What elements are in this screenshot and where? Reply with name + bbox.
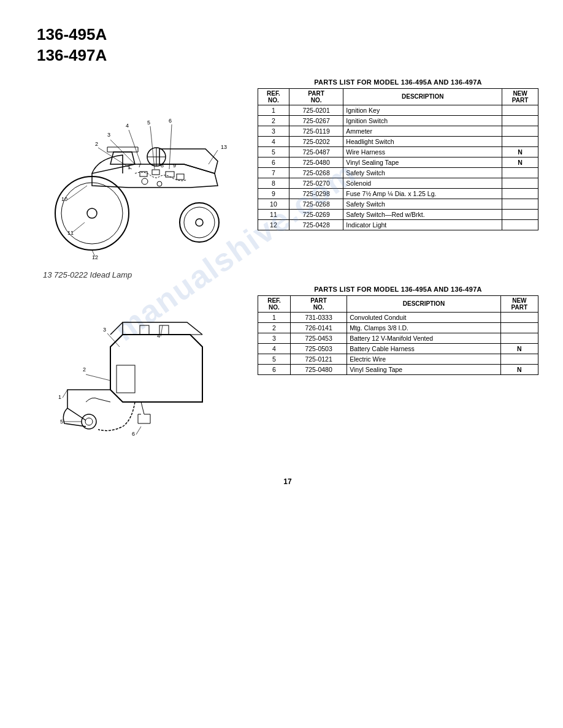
ref-cell: 2 — [258, 322, 291, 333]
desc-cell: Vinyl Sealing Tape — [347, 364, 501, 374]
battery-svg: 3 2 1 4 5 6 — [37, 286, 245, 457]
table-row: 7725-0268Safety Switch — [258, 167, 538, 178]
part-cell: 725-0201 — [289, 105, 343, 115]
ref-cell: 8 — [258, 178, 289, 188]
tractor-svg: 2 3 4 5 6 13 1 7 8 9 10 11 12 — [37, 78, 245, 262]
new-part-cell — [500, 333, 538, 343]
part-cell: 725-0270 — [289, 178, 343, 188]
ref-cell: 2 — [258, 115, 289, 126]
ref-cell: 3 — [258, 333, 291, 343]
table-row: 8725-0270Solenoid — [258, 178, 538, 188]
svg-point-3 — [180, 203, 219, 242]
desc-cell: Electric Wire — [347, 354, 501, 364]
new-part-cell — [502, 167, 538, 178]
table-row: 6725-0480Vinyl Sealing TapeN — [258, 364, 538, 374]
new-part-cell — [502, 126, 538, 136]
table-row: 1731-0333Convoluted Conduit — [258, 312, 538, 322]
svg-line-28 — [98, 148, 132, 169]
svg-rect-12 — [177, 174, 184, 180]
ref-cell: 9 — [258, 188, 289, 199]
svg-text:3: 3 — [107, 132, 110, 138]
part-cell: 725-0269 — [289, 209, 343, 219]
svg-text:2: 2 — [83, 366, 86, 373]
new-part-cell — [502, 105, 538, 115]
bottom-parts-table: REF.NO. PARTNO. DESCRIPTION NEWPART 1731… — [258, 295, 538, 375]
ref-cell: 5 — [258, 354, 291, 364]
svg-line-33 — [209, 150, 218, 164]
svg-point-41 — [82, 414, 96, 429]
table-row: 11725-0269Safety Switch—Red w/Brkt. — [258, 209, 538, 219]
svg-text:10: 10 — [61, 196, 67, 202]
bottom-parts-title: PARTS LIST FOR MODEL 136-495A AND 136-49… — [258, 286, 538, 293]
svg-text:3: 3 — [103, 327, 106, 333]
bottom-section: 3 2 1 4 5 6 PARTS LIST FOR MODEL 136-495… — [37, 286, 538, 459]
top-parts-title: PARTS LIST FOR MODEL 136-495A AND 136-49… — [258, 78, 538, 86]
svg-text:6: 6 — [169, 118, 172, 124]
ref-cell: 1 — [258, 105, 289, 115]
part-cell: 725-0428 — [289, 219, 343, 230]
new-part-cell — [500, 312, 538, 322]
part-cell: 725-0267 — [289, 115, 343, 126]
ref-cell: 4 — [258, 136, 289, 146]
handwritten-note: 13 725-0222 Idead Lamp — [43, 270, 538, 279]
ref-cell: 7 — [258, 167, 289, 178]
page-number: 17 — [37, 477, 538, 486]
col-ref-header: REF.NO. — [258, 88, 289, 105]
svg-point-0 — [55, 176, 129, 250]
new-part-cell — [502, 188, 538, 199]
part-cell: 725-0268 — [289, 199, 343, 209]
svg-point-14 — [157, 181, 162, 186]
desc-cell: Fuse 7½ Amp ¼ Dia. x 1.25 Lg. — [343, 188, 502, 199]
model-line1: 136-495A — [37, 25, 538, 45]
table-row: 5725-0487Wire HarnessN — [258, 146, 538, 157]
part-cell: 725-0298 — [289, 188, 343, 199]
svg-line-51 — [63, 390, 67, 398]
col-part-header: PARTNO. — [289, 88, 343, 105]
svg-text:5: 5 — [60, 419, 63, 425]
desc-cell: Safety Switch — [343, 199, 502, 209]
table-row: 4725-0202Headlight Switch — [258, 136, 538, 146]
table-row: 2725-0267Ignition Switch — [258, 115, 538, 126]
ref-cell: 11 — [258, 209, 289, 219]
part-cell: 725-0480 — [289, 157, 343, 167]
svg-text:5: 5 — [147, 119, 150, 126]
new-part-cell — [502, 136, 538, 146]
desc-cell: Safety Switch — [343, 167, 502, 178]
svg-line-32 — [169, 124, 172, 169]
new-part-cell: N — [502, 157, 538, 167]
svg-rect-9 — [140, 172, 147, 176]
desc-cell: Vinyl Sealing Tape — [343, 157, 502, 167]
desc-cell: Ignition Switch — [343, 115, 502, 126]
new-part-cell: N — [500, 343, 538, 354]
top-section: 2 3 4 5 6 13 1 7 8 9 10 11 12 — [37, 78, 538, 264]
svg-rect-10 — [152, 170, 159, 175]
part-cell: 725-0480 — [290, 364, 347, 374]
desc-cell: Ignition Key — [343, 105, 502, 115]
svg-text:4: 4 — [126, 123, 129, 129]
desc-cell: Battery 12 V-Manifold Vented — [347, 333, 501, 343]
table-row: 3725-0453Battery 12 V-Manifold Vented — [258, 333, 538, 343]
svg-rect-39 — [159, 325, 169, 335]
new-part-cell — [502, 115, 538, 126]
part-cell: 726-0141 — [290, 322, 347, 333]
part-cell: 725-0487 — [289, 146, 343, 157]
svg-line-35 — [72, 222, 85, 233]
svg-point-4 — [184, 207, 215, 238]
table-row: 1725-0201Ignition Key — [258, 105, 538, 115]
desc-cell: Wire Harness — [343, 146, 502, 157]
svg-rect-38 — [140, 325, 149, 335]
part-cell: 731-0333 — [290, 312, 347, 322]
ref-cell: 10 — [258, 199, 289, 209]
desc-cell: Mtg. Clamps 3/8 I.D. — [347, 322, 501, 333]
table-row: 12725-0428Indicator Light — [258, 219, 538, 230]
svg-line-54 — [136, 427, 141, 434]
part-cell: 725-0453 — [290, 333, 347, 343]
svg-text:12: 12 — [92, 254, 98, 260]
svg-text:9: 9 — [173, 162, 176, 169]
table-row: 5725-0121Electric Wire — [258, 354, 538, 364]
col-ref-header-b: REF.NO. — [258, 295, 291, 312]
col-desc-header-b: DESCRIPTION — [347, 295, 501, 312]
col-new-header: NEWPART — [502, 88, 538, 105]
svg-line-50 — [86, 374, 110, 381]
desc-cell: Convoluted Conduit — [347, 312, 501, 322]
